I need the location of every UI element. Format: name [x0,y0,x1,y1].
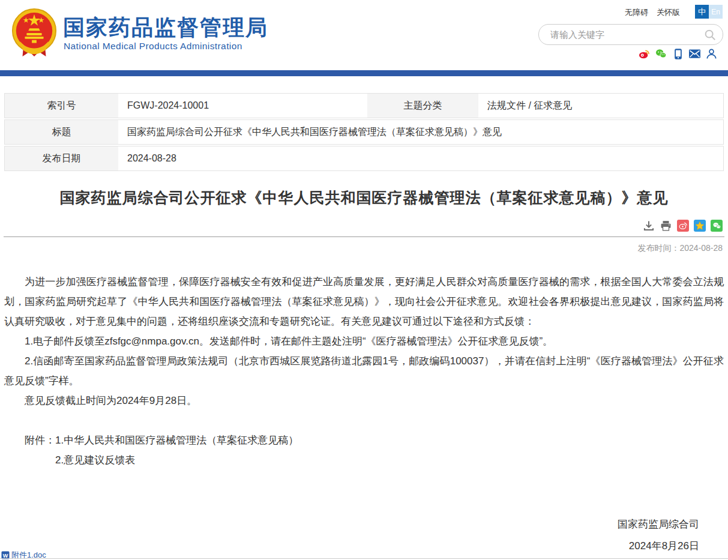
paragraph: 为进一步加强医疗器械监督管理，保障医疗器械安全有效和促进产业高质量发展，更好满足… [4,272,724,331]
attachment-item-2[interactable]: 2.意见建议反馈表 [4,450,724,470]
paragraph: 意见反馈截止时间为2024年9月28日。 [4,391,724,411]
search-box [538,24,723,45]
article-body: 为进一步加强医疗器械监督管理，保障医疗器械安全有效和促进产业高质量发展，更好满足… [4,272,724,411]
meta-row-index-category: 索引号 FGWJ-2024-10001 主题分类 法规文件 / 征求意见 [4,93,724,118]
paragraph: 2.信函邮寄至国家药品监督管理局政策法规司（北京市西城区展览路街道北露园1号，邮… [4,351,724,391]
index-label: 索引号 [5,94,118,118]
lang-zh-button[interactable]: 中 [695,5,709,19]
attachments-list: 附件：1.中华人民共和国医疗器械管理法（草案征求意见稿） 2.意见建议反馈表 [4,430,724,470]
search-icon[interactable] [701,28,719,42]
article: 国家药监局综合司公开征求《中华人民共和国医疗器械管理法（草案征求意见稿）》意见 [4,188,724,470]
share-weibo-icon[interactable] [677,220,689,232]
national-emblem-logo [11,7,58,60]
mobile-icon[interactable] [672,48,684,59]
attachment-item-1[interactable]: 附件：1.中华人民共和国医疗器械管理法（草案征求意见稿） [4,430,724,450]
publish-time: 发布时间：2024-08-28 [4,243,724,254]
date-label: 发布日期 [5,146,118,170]
header-social-icons [639,48,717,59]
header-divider-bar [0,70,728,76]
signature-org: 国家药监局综合司 [618,514,699,535]
lang-en-button[interactable]: En [709,5,723,19]
date-value: 2024-08-28 [118,146,723,170]
index-value: FGWJ-2024-10001 [118,94,367,118]
footer-top-border [0,558,728,559]
weibo-icon[interactable] [639,48,650,59]
header-utility-links: 无障碍 关怀版 [625,7,680,18]
share-wechat-icon[interactable] [711,220,723,232]
user-icon[interactable] [706,48,717,59]
search-input[interactable] [549,29,701,40]
category-value: 法规文件 / 征求意见 [478,94,723,118]
title-label: 标题 [5,120,118,144]
language-switcher: 中 En [695,5,723,19]
meta-row-title: 标题 国家药监局综合司公开征求《中华人民共和国医疗器械管理法（草案征求意见稿）》… [4,119,724,145]
svg-text:W: W [3,553,8,559]
mail-icon[interactable] [689,48,700,59]
attachments-label: 附件： [25,435,55,446]
wechat-icon[interactable] [655,48,667,59]
article-signature: 国家药监局综合司 2024年8月26日 [618,514,699,557]
print-icon[interactable] [660,219,672,232]
download-icon[interactable] [642,219,655,232]
site-header: 国家药品监督管理局 National Medical Products Admi… [0,0,728,70]
title-divider [4,236,724,237]
signature-date: 2024年8月26日 [618,535,699,557]
site-subtitle: National Medical Products Administration [64,41,242,52]
share-qzone-icon[interactable] [694,220,706,232]
article-toolbar [4,219,724,232]
document-meta-table: 索引号 FGWJ-2024-10001 主题分类 法规文件 / 征求意见 标题 … [4,93,724,171]
site-title: 国家药品监督管理局 [63,13,268,43]
accessibility-link[interactable]: 无障碍 [625,7,648,18]
category-label: 主题分类 [367,94,478,118]
meta-row-date: 发布日期 2024-08-28 [4,146,724,171]
title-value: 国家药监局综合司公开征求《中华人民共和国医疗器械管理法（草案征求意见稿）》意见 [118,120,723,144]
article-title: 国家药监局综合司公开征求《中华人民共和国医疗器械管理法（草案征求意见稿）》意见 [4,188,724,208]
care-version-link[interactable]: 关怀版 [657,7,680,18]
paragraph: 1.电子邮件反馈至zfsfgc@nmpa.gov.cn。发送邮件时，请在邮件主题… [4,331,724,351]
